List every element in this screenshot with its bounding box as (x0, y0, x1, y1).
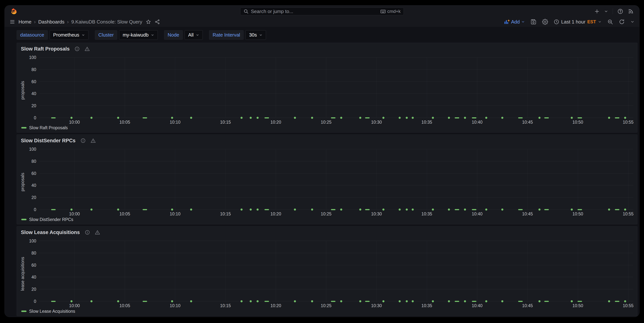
legend-swatch (21, 311, 26, 312)
search-input[interactable]: Search or jump to... cmd+k (240, 7, 404, 15)
plot-area[interactable] (39, 241, 633, 301)
x-tick-label: 10:15 (220, 212, 231, 217)
menu-hamburger-icon[interactable] (10, 19, 15, 25)
y-axis-title: proposals (20, 149, 26, 215)
data-point-dash (544, 209, 549, 210)
panel-title[interactable]: Slow Raft Proposals (21, 46, 70, 52)
add-panel-button[interactable]: Add (504, 19, 525, 25)
data-point-dot (624, 209, 626, 211)
x-tick-label: 10:10 (170, 303, 180, 308)
x-tick-label: 10:00 (69, 120, 80, 125)
warning-icon[interactable] (84, 46, 90, 51)
v-gridline (477, 149, 477, 210)
data-point-dot (359, 209, 362, 211)
info-icon[interactable] (74, 46, 80, 51)
data-point-dot (294, 209, 296, 211)
data-point-dot (250, 117, 252, 119)
plot-area[interactable] (39, 57, 633, 118)
breadcrumb-home[interactable]: Home (18, 19, 31, 25)
h-gridline (39, 253, 633, 253)
share-icon[interactable] (154, 19, 160, 25)
legend-item[interactable]: Slow Lease Acquisitions (20, 308, 75, 315)
zoom-out-icon[interactable] (607, 19, 613, 25)
breadcrumb-separator: › (34, 19, 36, 25)
data-point-dot (432, 300, 434, 302)
data-point-dot (117, 117, 119, 119)
breadcrumb-dashboards[interactable]: Dashboards (38, 19, 64, 25)
warning-icon[interactable] (90, 138, 96, 143)
data-point-dash (331, 209, 336, 210)
breadcrumb-current-dashboard: 9.KaiwuDB Console: Slow Query (71, 19, 142, 25)
y-axis-title: proposals (20, 57, 26, 123)
filter-node: Node All (164, 30, 203, 40)
help-icon[interactable] (617, 8, 623, 14)
data-point-dash (455, 117, 459, 118)
x-axis-ticks: 10:0010:0510:1010:1510:2010:2510:3010:35… (39, 118, 633, 125)
y-tick-label: 60 (31, 171, 36, 175)
settings-gear-icon[interactable] (542, 19, 548, 25)
refresh-interval-chevron-icon[interactable] (630, 20, 634, 24)
info-icon[interactable] (85, 230, 90, 235)
v-gridline (226, 149, 226, 210)
legend-item[interactable]: Slow DistSender RPCs (20, 216, 73, 223)
data-point-dash (365, 209, 370, 210)
filter-rate-interval-select[interactable]: 30s (246, 30, 266, 40)
x-tick-label: 10:05 (120, 120, 130, 125)
grafana-logo[interactable] (10, 8, 18, 15)
data-point-dot (398, 209, 400, 211)
x-axis-ticks: 10:0010:0510:1010:1510:2010:2510:3010:35… (39, 302, 633, 308)
data-point-dot (398, 300, 400, 302)
x-tick-label: 10:45 (522, 120, 533, 125)
x-tick-label: 10:55 (623, 120, 634, 125)
data-point-dot (485, 209, 487, 211)
data-point-dash (365, 301, 370, 302)
data-point-dot (190, 300, 192, 302)
panel-title[interactable]: Slow DistSender RPCs (21, 138, 76, 144)
filter-cluster-select[interactable]: my-kaiwudb (119, 30, 158, 40)
data-point-dot (257, 117, 259, 119)
warning-icon[interactable] (95, 230, 100, 235)
time-range-picker[interactable]: Last 1 hour EST (554, 19, 602, 25)
y-tick-label: 80 (31, 251, 36, 255)
breadcrumb-separator: › (67, 19, 69, 25)
refresh-icon[interactable] (619, 19, 625, 25)
data-point-dot (340, 117, 342, 119)
data-point-dash (142, 301, 147, 302)
info-icon[interactable] (80, 138, 86, 143)
star-icon[interactable] (146, 19, 151, 25)
data-point-dot (257, 209, 259, 211)
y-tick-label: 20 (31, 195, 36, 200)
data-point-dot (359, 117, 362, 119)
data-point-dot (464, 117, 466, 119)
data-point-dot (70, 209, 72, 211)
x-tick-label: 10:20 (270, 303, 281, 308)
x-tick-label: 10:40 (472, 212, 482, 217)
x-tick-label: 10:20 (270, 120, 281, 125)
filter-datasource-select[interactable]: Prometheus (50, 30, 88, 40)
save-dashboard-icon[interactable] (530, 19, 536, 25)
x-tick-label: 10:15 (220, 303, 231, 308)
legend-label: Slow Lease Acquisitions (29, 309, 75, 314)
data-point-dot (448, 117, 450, 119)
filter-node-label: Node (164, 30, 183, 40)
data-point-dot (117, 209, 119, 211)
data-point-dash (578, 209, 582, 210)
data-point-dot (190, 117, 192, 119)
panel-header: Slow Raft Proposals (20, 44, 635, 53)
plot-area[interactable] (39, 149, 633, 210)
legend-item[interactable]: Slow Raft Proposals (20, 125, 68, 131)
new-plus-button[interactable] (594, 9, 600, 14)
v-gridline (326, 57, 326, 118)
search-icon (244, 9, 249, 14)
data-point-dash (615, 117, 619, 118)
v-gridline (326, 149, 326, 210)
h-gridline (39, 81, 633, 82)
data-point-dot (171, 300, 173, 302)
news-rss-icon[interactable] (628, 8, 634, 14)
v-gridline (74, 149, 75, 210)
y-tick-label: 0 (34, 208, 36, 212)
new-chevron-down-icon[interactable] (604, 9, 608, 13)
panel-title[interactable]: Slow Lease Acquisitions (21, 230, 80, 235)
filter-node-select[interactable]: All (184, 30, 203, 40)
h-gridline (39, 149, 633, 149)
